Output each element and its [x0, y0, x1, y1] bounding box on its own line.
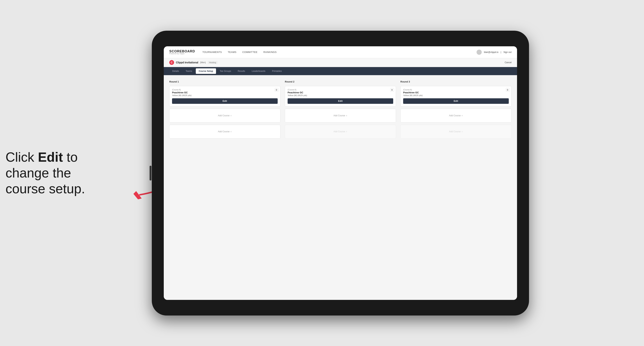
nav-committee[interactable]: COMMITTEE — [242, 51, 258, 53]
round-1-title: Round 1 — [169, 80, 280, 83]
round-3-add-course-text-2: Add Course + — [449, 130, 463, 133]
round-2-course-label: (Course A) — [288, 89, 393, 91]
logo-subtitle: Powered by clippd — [169, 53, 195, 55]
round-2-title: Round 2 — [285, 80, 396, 83]
round-3-course-name: Peachtree GC — [403, 91, 509, 94]
tablet-device: SCOREBOARD Powered by clippd TOURNAMENTS… — [152, 31, 529, 316]
instruction-bold: Edit — [38, 150, 63, 165]
round-1-course-tee: Yellow (M) (6629 yds) — [172, 94, 278, 96]
tab-leaderboards[interactable]: Leaderboards — [249, 68, 268, 74]
nav-teams[interactable]: TEAMS — [228, 51, 236, 53]
tabs-bar: Details Teams Course Setup Tee Groups Re… — [164, 67, 517, 75]
round-2-add-course-text-2: Add Course + — [334, 130, 348, 133]
tab-course-setup[interactable]: Course Setup — [196, 68, 216, 74]
round-2-delete-button[interactable]: 🗑 — [390, 88, 394, 92]
plus-icon-6: + — [462, 130, 463, 133]
tab-results[interactable]: Results — [235, 68, 248, 74]
round-3-delete-button[interactable]: 🗑 — [506, 88, 510, 92]
tournament-gender: (Men) — [200, 61, 206, 64]
nav-rankings[interactable]: RANKINGS — [263, 51, 276, 53]
plus-icon-2: + — [230, 130, 232, 133]
round-1-edit-button[interactable]: Edit — [172, 98, 278, 104]
tournament-name: Clippd Invitational — [176, 61, 198, 64]
round-1-add-course-1[interactable]: Add Course + — [169, 109, 280, 123]
nav-links: TOURNAMENTS TEAMS COMMITTEE RANKINGS — [202, 51, 276, 53]
cancel-button[interactable]: Cancel — [505, 61, 512, 64]
round-2-course-tee: Yellow (M) (6629 yds) — [288, 94, 393, 96]
clippd-logo: C — [169, 60, 174, 65]
nav-right: blair@clippd.io | Sign out — [476, 50, 512, 55]
tablet-side-button — [150, 166, 152, 180]
hosting-badge: Hosting — [208, 61, 218, 64]
round-1-course-label: (Course A) — [172, 89, 278, 91]
round-3-title: Round 3 — [400, 80, 512, 83]
trash-icon-2: 🗑 — [391, 89, 393, 91]
round-2-column: Round 2 (Course A) Peachtree GC Yellow (… — [285, 80, 396, 139]
round-2-add-course-2: Add Course + — [285, 125, 396, 139]
separator: | — [501, 51, 501, 53]
round-3-add-course-1[interactable]: Add Course + — [400, 109, 512, 123]
rounds-grid: Round 1 (Course A) Peachtree GC Yellow (… — [169, 80, 512, 139]
user-email: blair@clippd.io — [484, 51, 498, 53]
round-3-add-course-text-1: Add Course + — [449, 114, 463, 117]
round-1-course-card: (Course A) Peachtree GC Yellow (M) (6629… — [169, 86, 280, 107]
round-2-course-card: (Course A) Peachtree GC Yellow (M) (6629… — [285, 86, 396, 107]
instruction-text: Click Edit tochange thecourse setup. — [6, 149, 85, 197]
main-content: Round 1 (Course A) Peachtree GC Yellow (… — [164, 75, 517, 300]
trash-icon: 🗑 — [276, 89, 278, 91]
tablet-screen: SCOREBOARD Powered by clippd TOURNAMENTS… — [164, 46, 517, 300]
tab-tee-groups[interactable]: Tee Groups — [217, 68, 234, 74]
plus-icon-3: + — [346, 114, 348, 117]
round-2-course-name: Peachtree GC — [288, 91, 393, 94]
round-2-edit-button[interactable]: Edit — [288, 98, 393, 104]
round-3-column: Round 3 (Course A) Peachtree GC Yellow (… — [400, 80, 512, 139]
trash-icon-3: 🗑 — [506, 89, 509, 91]
top-navigation: SCOREBOARD Powered by clippd TOURNAMENTS… — [164, 46, 517, 58]
tab-printables[interactable]: Printables — [269, 68, 285, 74]
round-1-column: Round 1 (Course A) Peachtree GC Yellow (… — [169, 80, 280, 139]
round-1-course-name: Peachtree GC — [172, 91, 278, 94]
logo-title: SCOREBOARD — [169, 50, 195, 53]
round-2-add-course-1[interactable]: Add Course + — [285, 109, 396, 123]
plus-icon-1: + — [230, 114, 232, 117]
scoreboard-logo: SCOREBOARD Powered by clippd — [169, 50, 195, 55]
sub-header-left: C Clippd Invitational (Men) Hosting — [169, 60, 218, 65]
svg-marker-0 — [134, 191, 142, 199]
round-1-add-course-text-2: Add Course + — [218, 130, 232, 133]
tab-teams[interactable]: Teams — [183, 68, 195, 74]
round-1-add-course-2[interactable]: Add Course + — [169, 125, 280, 139]
sign-out-link[interactable]: Sign out — [504, 51, 512, 53]
round-3-add-course-2: Add Course + — [400, 125, 512, 139]
plus-icon-4: + — [346, 130, 348, 133]
page-wrapper: Click Edit tochange thecourse setup. SCO… — [0, 0, 644, 346]
plus-icon-5: + — [462, 114, 463, 117]
round-2-add-course-text-1: Add Course + — [334, 114, 348, 117]
round-3-course-tee: Yellow (M) (6629 yds) — [403, 94, 509, 96]
round-3-course-card: (Course A) Peachtree GC Yellow (M) (6629… — [400, 86, 512, 107]
round-1-add-course-text-1: Add Course + — [218, 114, 232, 117]
nav-tournaments[interactable]: TOURNAMENTS — [202, 51, 222, 53]
user-avatar — [476, 50, 482, 55]
round-1-delete-button[interactable]: 🗑 — [275, 88, 278, 92]
nav-left: SCOREBOARD Powered by clippd TOURNAMENTS… — [169, 50, 276, 55]
round-3-course-label: (Course A) — [403, 89, 509, 91]
sub-header: C Clippd Invitational (Men) Hosting Canc… — [164, 58, 517, 67]
tab-details[interactable]: Details — [169, 68, 182, 74]
round-3-edit-button[interactable]: Edit — [403, 98, 509, 104]
